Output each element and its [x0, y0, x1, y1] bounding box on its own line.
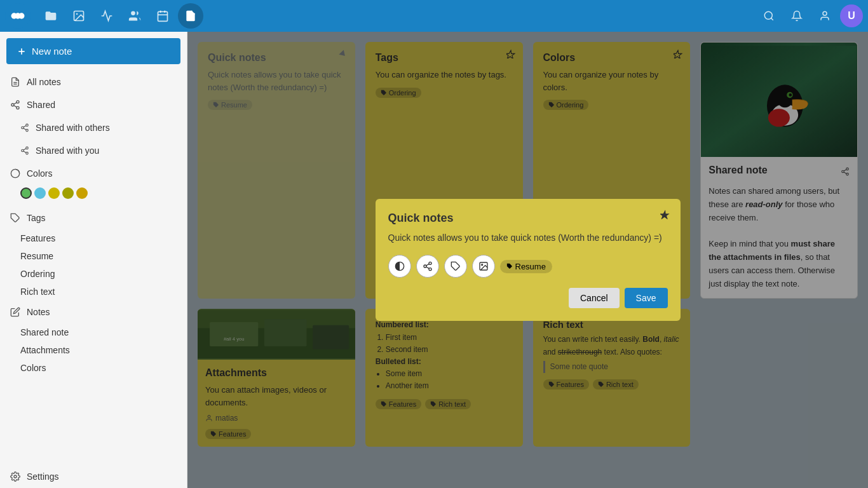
sidebar-note-shared[interactable]: Shared note — [0, 323, 187, 341]
nav-files[interactable] — [38, 3, 64, 29]
shared-you-icon — [20, 146, 29, 155]
sidebar-shared-with-others[interactable]: Shared with others — [0, 116, 187, 139]
all-notes-label: All notes — [27, 77, 61, 87]
sidebar-settings[interactable]: Settings — [0, 465, 187, 488]
svg-point-25 — [22, 126, 24, 129]
color-dots — [20, 185, 177, 201]
quick-notes-modal: Quick notes Quick notes allows you to ta… — [376, 199, 681, 321]
sidebar-tag-rich-text[interactable]: Rich text — [0, 283, 187, 301]
nav-contacts[interactable] — [122, 3, 147, 29]
sidebar-notes[interactable]: Notes — [0, 301, 187, 323]
shared-with-you-label: Shared with you — [36, 146, 99, 156]
modal-share-btn[interactable] — [416, 255, 439, 278]
nav-activity[interactable] — [94, 3, 119, 29]
nav-contacts-btn[interactable] — [812, 3, 837, 29]
pin-icon — [660, 209, 670, 219]
sidebar-note-attachments[interactable]: Attachments — [0, 341, 187, 359]
modal-tag-btn[interactable] — [444, 255, 467, 278]
tags-icon — [10, 213, 20, 223]
modal-pin-button[interactable] — [660, 209, 670, 222]
tag-icon — [451, 261, 461, 271]
new-note-label: New note — [32, 46, 72, 57]
svg-point-4 — [76, 13, 78, 15]
svg-point-58 — [424, 265, 426, 268]
tag-badge-icon — [506, 263, 513, 269]
svg-line-60 — [426, 267, 429, 269]
svg-point-5 — [131, 11, 135, 16]
sidebar-tag-features[interactable]: Features — [0, 229, 187, 247]
nav-left — [5, 3, 203, 29]
svg-point-14 — [823, 11, 827, 15]
modal-body: Quick notes allows you to take quick not… — [388, 231, 668, 245]
shared-others-icon — [20, 123, 29, 132]
svg-line-27 — [24, 128, 26, 130]
color-dot-tan[interactable] — [76, 187, 88, 199]
color-dots-container — [0, 185, 187, 207]
sidebar-tags[interactable]: Tags — [0, 207, 187, 229]
plus-icon — [17, 46, 27, 57]
dark-mode-icon — [395, 261, 405, 271]
modal-overlay[interactable]: Quick notes Quick notes allows you to ta… — [187, 32, 868, 488]
svg-line-32 — [24, 151, 26, 152]
svg-line-23 — [14, 102, 17, 104]
nav-notifications-btn[interactable] — [784, 3, 810, 29]
svg-point-29 — [26, 147, 29, 149]
svg-point-19 — [17, 100, 19, 103]
shared-icon — [10, 100, 20, 110]
modal-tag-badge[interactable]: Resume — [500, 260, 552, 273]
modal-tag-text: Resume — [515, 262, 546, 271]
main-content: Quick notes Quick notes allows you to ta… — [187, 32, 868, 488]
sidebar-bottom: Settings — [0, 465, 187, 488]
app-body: New note All notes Shared — [0, 32, 868, 488]
sidebar-shared[interactable]: Shared — [0, 93, 187, 116]
sidebar-tag-resume[interactable]: Resume — [0, 247, 187, 265]
sidebar-colors[interactable]: Colors — [0, 162, 187, 185]
new-note-button[interactable]: New note — [6, 38, 180, 64]
svg-point-31 — [26, 152, 29, 154]
modal-title: Quick notes — [388, 212, 668, 225]
top-navigation: U — [0, 0, 868, 32]
color-dot-olive[interactable] — [62, 187, 74, 199]
nav-search-btn[interactable] — [756, 3, 782, 29]
svg-line-28 — [24, 126, 26, 127]
nav-photos[interactable] — [66, 3, 92, 29]
notes-icon — [10, 307, 20, 317]
shared-label: Shared — [27, 100, 55, 110]
color-dot-green[interactable] — [20, 187, 32, 199]
app-logo[interactable] — [5, 3, 31, 29]
svg-point-30 — [22, 149, 24, 152]
modal-image-btn[interactable] — [472, 255, 495, 278]
sidebar-shared-with-you[interactable]: Shared with you — [0, 139, 187, 162]
user-avatar[interactable]: U — [840, 4, 863, 27]
svg-point-21 — [17, 107, 19, 109]
svg-line-22 — [14, 105, 17, 107]
svg-rect-6 — [158, 11, 168, 21]
svg-line-13 — [771, 18, 773, 20]
modal-save-button[interactable]: Save — [625, 288, 668, 308]
svg-point-36 — [14, 475, 17, 478]
colors-label: Colors — [27, 168, 52, 179]
sidebar-note-colors[interactable]: Colors — [0, 359, 187, 377]
color-dot-blue[interactable] — [34, 187, 46, 199]
settings-icon — [10, 471, 20, 482]
sidebar-all-notes[interactable]: All notes — [0, 71, 187, 93]
sidebar-tag-ordering[interactable]: Ordering — [0, 265, 187, 283]
color-dot-yellow[interactable] — [48, 187, 60, 199]
modal-cancel-button[interactable]: Cancel — [569, 288, 620, 308]
svg-point-57 — [429, 262, 431, 264]
colors-icon — [10, 168, 20, 179]
svg-point-64 — [481, 264, 482, 266]
modal-dark-mode-btn[interactable] — [388, 255, 411, 278]
modal-actions: Cancel Save — [388, 288, 668, 308]
svg-point-2 — [15, 13, 20, 18]
all-notes-icon — [10, 77, 20, 87]
nav-notes[interactable] — [178, 3, 203, 29]
svg-point-59 — [429, 268, 431, 271]
svg-point-26 — [26, 129, 29, 132]
svg-line-33 — [24, 149, 26, 150]
svg-point-20 — [11, 104, 14, 106]
nav-calendar[interactable] — [150, 3, 175, 29]
shared-with-others-label: Shared with others — [36, 123, 110, 133]
tags-label: Tags — [27, 213, 46, 223]
modal-toolbar: Resume — [388, 255, 668, 278]
